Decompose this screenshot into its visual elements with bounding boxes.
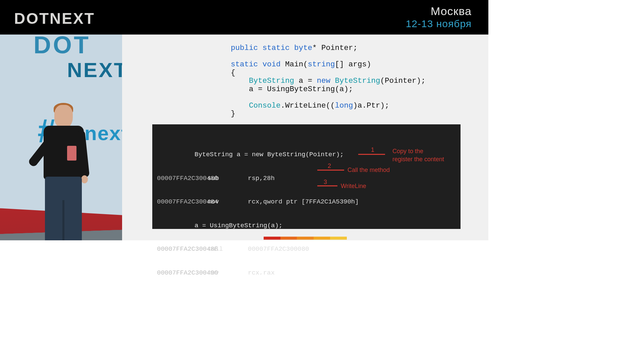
code-type: Console	[249, 101, 281, 110]
asm-row: 00007FFA2C300484movrcx,qword ptr [7FFA2C…	[152, 198, 359, 206]
code-kw: string	[308, 60, 335, 69]
code-text: a =	[294, 76, 317, 85]
annotation-number: 3	[324, 179, 327, 186]
annotation-line	[317, 185, 337, 186]
asm-source-line: a = UsingByteString(a);	[152, 222, 359, 230]
wall-text-dot: DОТ	[34, 35, 91, 59]
annotation-number: 2	[328, 163, 331, 170]
color-strip	[264, 237, 347, 240]
conference-logo: DOTNEXT	[14, 9, 95, 27]
annotation-line	[317, 170, 344, 171]
header-meta: Москва 12-13 ноября	[406, 5, 472, 29]
strip-seg	[330, 237, 347, 240]
code-type: ByteString	[330, 76, 380, 85]
strip-seg	[280, 237, 297, 240]
code-text: )a.Ptr);	[353, 101, 389, 110]
asm-row: 00007FFA2C300490movrcx,rax	[152, 269, 359, 275]
code-text: (Pointer);	[380, 76, 426, 85]
code-kw: static void	[231, 60, 281, 69]
code-text	[231, 101, 249, 110]
annotation-text: Copy to the	[392, 148, 423, 155]
video-frame: DOTNEXT Москва 12-13 ноября DОТ NEXT # t…	[0, 0, 488, 275]
code-kw: new	[317, 76, 331, 85]
speaker-figure	[40, 105, 87, 240]
presentation-slide: public static byte* Pointer; static void…	[122, 35, 488, 240]
strip-seg	[264, 237, 280, 240]
asm-row: 00007FFA2C30048Bcall00007FFA2C300080	[152, 245, 359, 253]
asm-source-line: ByteString a = new ByteString(Pointer);	[152, 151, 359, 159]
date-label: 12-13 ноября	[406, 18, 472, 29]
code-text: [] args)	[335, 60, 371, 69]
asm-row: 00007FFA2C300480subrsp,28h	[152, 175, 359, 183]
city-label: Москва	[406, 5, 472, 18]
csharp-code-block: public static byte* Pointer; static void…	[231, 44, 426, 118]
code-type: ByteString	[249, 76, 294, 85]
code-text: {	[231, 68, 235, 77]
speaker-video: DОТ NEXT # tnext	[0, 35, 122, 240]
code-text: * Pointer;	[312, 44, 358, 52]
annotation-text: WriteLine	[341, 183, 366, 190]
code-kw: long	[335, 101, 353, 110]
code-kw: public static byte	[231, 44, 312, 52]
strip-seg	[297, 237, 314, 240]
annotation-line	[358, 154, 385, 155]
code-text	[231, 76, 249, 85]
annotation-text: Call the method	[347, 167, 390, 174]
annotation-number: 1	[371, 146, 374, 154]
code-text: a = UsingByteString(a);	[231, 85, 353, 94]
annotation-text: register the content	[392, 156, 444, 163]
header-bar: DOTNEXT Москва 12-13 ноября	[0, 0, 488, 35]
code-text: .WriteLine((	[281, 101, 335, 110]
asm-listing: ByteString a = new ByteString(Pointer); …	[152, 135, 359, 275]
asm-panel: ByteString a = new ByteString(Pointer); …	[152, 124, 461, 229]
wall-text-next: NEXT	[67, 58, 122, 82]
strip-seg	[314, 237, 330, 240]
code-text: Main(	[281, 60, 308, 69]
code-text: }	[231, 109, 235, 118]
